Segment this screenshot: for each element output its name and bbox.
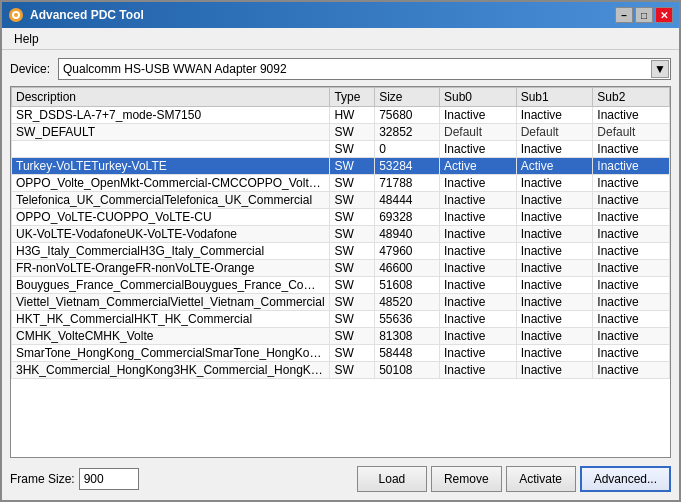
device-label: Device: (10, 62, 50, 76)
col-header-sub2: Sub2 (593, 88, 670, 107)
col-header-size: Size (375, 88, 440, 107)
table-row[interactable]: SW0InactiveInactiveInactive (12, 141, 670, 158)
col-header-description: Description (12, 88, 330, 107)
table-row[interactable]: FR-nonVoLTE-OrangeFR-nonVoLTE-OrangeSW46… (12, 260, 670, 277)
table-row[interactable]: SR_DSDS-LA-7+7_mode-SM7150HW75680Inactiv… (12, 107, 670, 124)
frame-size-label: Frame Size: (10, 472, 75, 486)
main-window: Advanced PDC Tool – □ ✕ Help Device: Qua… (0, 0, 681, 502)
device-select[interactable]: Qualcomm HS-USB WWAN Adapter 9092 (58, 58, 671, 80)
title-bar: Advanced PDC Tool – □ ✕ (2, 2, 679, 28)
menu-bar: Help (2, 28, 679, 50)
table-row[interactable]: 3HK_Commercial_HongKong3HK_Commercial_Ho… (12, 362, 670, 379)
col-header-sub1: Sub1 (516, 88, 593, 107)
minimize-button[interactable]: – (615, 7, 633, 23)
remove-button[interactable]: Remove (431, 466, 502, 492)
content-area: Device: Qualcomm HS-USB WWAN Adapter 909… (2, 50, 679, 500)
table-body: SR_DSDS-LA-7+7_mode-SM7150HW75680Inactiv… (12, 107, 670, 379)
menu-item-help[interactable]: Help (6, 30, 47, 48)
col-header-type: Type (330, 88, 375, 107)
col-header-sub0: Sub0 (440, 88, 517, 107)
table-row[interactable]: UK-VoLTE-VodafoneUK-VoLTE-VodafoneSW4894… (12, 226, 670, 243)
table-row[interactable]: OPPO_VoLTE-CUOPPO_VoLTE-CUSW69328Inactiv… (12, 209, 670, 226)
table-row[interactable]: H3G_Italy_CommercialH3G_Italy_Commercial… (12, 243, 670, 260)
table-row[interactable]: CMHK_VolteCMHK_VolteSW81308InactiveInact… (12, 328, 670, 345)
table-row[interactable]: Turkey-VoLTETurkey-VoLTESW53284ActiveAct… (12, 158, 670, 175)
table-row[interactable]: Bouygues_France_CommercialBouygues_Franc… (12, 277, 670, 294)
window-controls: – □ ✕ (615, 7, 673, 23)
close-button[interactable]: ✕ (655, 7, 673, 23)
load-button[interactable]: Load (357, 466, 427, 492)
table-row[interactable]: OPPO_Volte_OpenMkt-Commercial-CMCCOPPO_V… (12, 175, 670, 192)
table-header-row: Description Type Size Sub0 Sub1 Sub2 (12, 88, 670, 107)
table-scroll[interactable]: Description Type Size Sub0 Sub1 Sub2 SR_… (11, 87, 670, 457)
window-title: Advanced PDC Tool (30, 8, 609, 22)
table-wrapper: Description Type Size Sub0 Sub1 Sub2 SR_… (10, 86, 671, 458)
table-row[interactable]: Telefonica_UK_CommercialTelefonica_UK_Co… (12, 192, 670, 209)
app-icon (8, 7, 24, 23)
device-row: Device: Qualcomm HS-USB WWAN Adapter 909… (10, 58, 671, 80)
activate-button[interactable]: Activate (506, 466, 576, 492)
bottom-row: Frame Size: Load Remove Activate Advance… (10, 464, 671, 492)
table-row[interactable]: SW_DEFAULTSW32852DefaultDefaultDefault (12, 124, 670, 141)
device-select-wrapper: Qualcomm HS-USB WWAN Adapter 9092 ▼ (58, 58, 671, 80)
advanced-button[interactable]: Advanced... (580, 466, 671, 492)
maximize-button[interactable]: □ (635, 7, 653, 23)
table-row[interactable]: Viettel_Vietnam_CommercialViettel_Vietna… (12, 294, 670, 311)
table-row[interactable]: SmarTone_HongKong_CommercialSmarTone_Hon… (12, 345, 670, 362)
data-table: Description Type Size Sub0 Sub1 Sub2 SR_… (11, 87, 670, 379)
table-row[interactable]: HKT_HK_CommercialHKT_HK_CommercialSW5563… (12, 311, 670, 328)
svg-point-2 (14, 13, 18, 17)
frame-size-input[interactable] (79, 468, 139, 490)
